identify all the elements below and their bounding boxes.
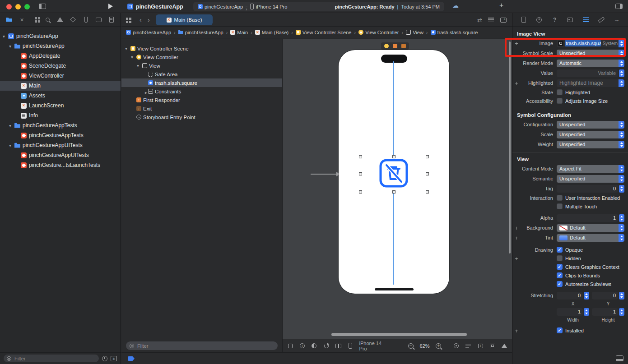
configuration-popup[interactable]: Unspecified: [557, 121, 624, 129]
stretching-x-stepper[interactable]: [584, 292, 589, 299]
attributes-inspector-tab[interactable]: [581, 15, 591, 24]
tests-navigator-tab[interactable]: [68, 15, 78, 24]
update-frames-icon[interactable]: [453, 342, 460, 350]
identity-inspector-tab[interactable]: [565, 15, 575, 24]
file-row[interactable]: LaunchScreen: [0, 101, 121, 111]
disclosure-icon[interactable]: [9, 44, 14, 49]
stretching-y-field[interactable]: 0: [592, 292, 618, 299]
outline-row-exit[interactable]: Exit: [121, 104, 282, 113]
disclosure-icon[interactable]: [3, 34, 8, 39]
add-image-attribute-button[interactable]: +: [514, 40, 519, 47]
file-row[interactable]: SceneDelegate: [0, 61, 121, 71]
highlighted-combo-box[interactable]: Highlighted Image: [557, 79, 624, 87]
exit-dock-icon[interactable]: [401, 44, 406, 48]
history-inspector-tab[interactable]: [534, 15, 544, 24]
accessibility-info-icon[interactable]: i: [299, 342, 306, 350]
outline-row-view-controller[interactable]: View Controller: [121, 53, 282, 61]
file-row-group[interactable]: pinchGestureAppUITests: [0, 140, 121, 150]
disclosure-icon[interactable]: [9, 143, 14, 148]
run-button[interactable]: [108, 4, 113, 9]
resize-handle[interactable]: [359, 190, 362, 194]
disclosure-icon[interactable]: [137, 63, 142, 68]
file-row-selected[interactable]: Main: [0, 81, 121, 91]
embed-in-icon[interactable]: [489, 342, 496, 350]
recent-files-icon[interactable]: [102, 356, 107, 361]
clips-to-bounds-checkbox[interactable]: [557, 272, 563, 278]
alpha-stepper[interactable]: [619, 214, 624, 222]
toggle-debug-area-icon[interactable]: [616, 355, 623, 361]
zoom-window-button[interactable]: [24, 4, 30, 9]
device-icon[interactable]: [347, 342, 354, 350]
stretching-width-field[interactable]: 1: [557, 308, 583, 316]
value-stepper[interactable]: [619, 69, 624, 77]
file-row-group[interactable]: pinchGestureAppTests: [0, 120, 121, 130]
stretching-x-field[interactable]: 0: [557, 292, 583, 299]
outline-row-constraints[interactable]: Constraints: [121, 87, 282, 96]
breadcrumb-scene[interactable]: View Controller Scene: [296, 30, 352, 35]
minimize-window-button[interactable]: [15, 4, 21, 9]
stretching-y-stepper[interactable]: [619, 292, 624, 299]
breadcrumb-image-view[interactable]: trash.slash.square: [431, 30, 478, 35]
storyboard-entry-arrow[interactable]: [311, 174, 337, 175]
tag-field[interactable]: 0: [557, 185, 618, 193]
image-combo-box[interactable]: trash.slash.squar System: [557, 40, 624, 47]
project-navigator-tab[interactable]: [4, 15, 14, 24]
outline-row-first-responder[interactable]: First Responder: [121, 96, 282, 104]
breadcrumb-main-base[interactable]: Main (Base): [255, 30, 288, 35]
find-navigator-tab[interactable]: [42, 15, 52, 24]
add-drawing-attribute-button[interactable]: +: [514, 255, 519, 262]
weight-popup[interactable]: Unspecified: [557, 141, 624, 148]
user-interaction-enabled-checkbox[interactable]: [557, 195, 563, 201]
opaque-checkbox[interactable]: [557, 247, 563, 253]
breadcrumb-view-controller[interactable]: View Controller: [358, 30, 399, 35]
file-row[interactable]: pinchGestureAppUITests: [0, 150, 121, 160]
add-highlighted-attribute-button[interactable]: +: [514, 80, 519, 87]
close-window-button[interactable]: [6, 4, 12, 9]
resize-handle[interactable]: [392, 190, 395, 194]
stretching-height-stepper[interactable]: [619, 308, 624, 316]
vertical-scrollbar[interactable]: [509, 41, 511, 253]
outline-filter-field[interactable]: [126, 341, 278, 350]
resize-handle[interactable]: [359, 155, 362, 158]
devices-icon[interactable]: [287, 342, 293, 350]
stretching-width-stepper[interactable]: [584, 308, 589, 316]
reports-navigator-tab[interactable]: [107, 15, 116, 24]
disclosure-icon[interactable]: [131, 55, 136, 60]
zoom-in-icon[interactable]: +: [435, 342, 442, 350]
breadcrumb-view[interactable]: View: [406, 30, 423, 35]
autoresize-subviews-checkbox[interactable]: [557, 281, 563, 287]
resize-handle[interactable]: [426, 155, 429, 158]
resize-handle[interactable]: [426, 172, 429, 175]
outline-row-scene[interactable]: View Controller Scene: [121, 44, 282, 53]
adjusts-image-size-checkbox[interactable]: [557, 98, 563, 104]
navigator-filter-field[interactable]: [4, 355, 99, 362]
resize-handle[interactable]: [359, 172, 362, 175]
issues-navigator-tab[interactable]: [55, 15, 65, 24]
device-label[interactable]: iPhone 14 Pro: [359, 341, 386, 351]
outline-filter-input[interactable]: [136, 343, 274, 349]
navigator-filter-input[interactable]: [14, 355, 96, 362]
run-destination[interactable]: iPhone 14 Pro: [256, 4, 288, 9]
view-controller-dock-icon[interactable]: [384, 44, 389, 48]
file-inspector-tab[interactable]: [519, 15, 529, 24]
debug-navigator-tab[interactable]: [81, 15, 91, 24]
appearance-icon[interactable]: [311, 342, 317, 350]
file-row[interactable]: ViewController: [0, 71, 121, 81]
disclosure-icon[interactable]: [143, 89, 148, 94]
back-button[interactable]: ‹: [140, 13, 142, 27]
quick-help-inspector-tab[interactable]: ?: [550, 15, 560, 24]
add-tint-attribute-button[interactable]: +: [514, 235, 519, 241]
zoom-out-icon[interactable]: −: [408, 342, 414, 350]
top-constraint-line[interactable]: [393, 61, 394, 158]
toggle-inspector-icon[interactable]: [615, 4, 623, 9]
breadcrumb-group[interactable]: pinchGestureApp: [178, 30, 223, 35]
add-background-attribute-button[interactable]: +: [514, 225, 519, 231]
scm-filter-icon[interactable]: ±: [111, 356, 117, 361]
outline-row-entry-point[interactable]: Storyboard Entry Point: [121, 113, 282, 121]
code-review-icon[interactable]: [477, 13, 482, 27]
highlighted-checkbox[interactable]: [557, 89, 563, 95]
breadcrumb-main[interactable]: Main: [230, 30, 248, 35]
background-popup[interactable]: Default: [557, 224, 624, 232]
value-field[interactable]: Variable: [557, 69, 618, 77]
add-library-button[interactable]: +: [499, 1, 503, 9]
